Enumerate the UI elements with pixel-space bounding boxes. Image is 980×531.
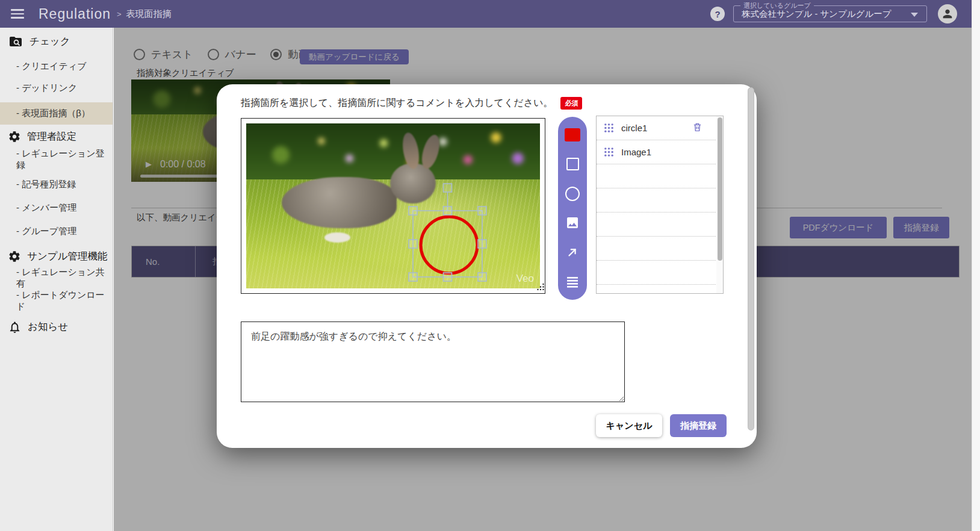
annotation-name: circle1 [621, 123, 647, 133]
avatar[interactable] [938, 4, 957, 23]
menu-icon[interactable] [11, 9, 24, 19]
list-empty-row [597, 285, 723, 294]
gear-icon [8, 130, 21, 143]
veo-watermark: Veo [516, 273, 534, 285]
lines-tool[interactable] [565, 274, 580, 290]
comment-textarea[interactable]: 前足の躍動感が強すぎるので抑えてください。 [241, 321, 625, 402]
arrow-tool[interactable] [565, 244, 580, 260]
rotate-handle [444, 184, 452, 192]
sidebar-item-regulation-share[interactable]: - レギュレーション共有 [0, 272, 113, 285]
annotation-shapes[interactable] [246, 123, 540, 288]
required-badge: 必須 [560, 97, 582, 110]
sidebar: チェック - クリエイティブ - デッドリンク - 表現面指摘（β） 管理者設定… [0, 28, 113, 531]
list-scrollbar[interactable] [716, 116, 723, 293]
list-item-circle1[interactable]: circle1 [597, 116, 723, 140]
list-empty-row [597, 237, 723, 261]
help-icon[interactable]: ? [710, 7, 725, 21]
sidebar-item-report-download[interactable]: - レポートダウンロード [0, 294, 113, 308]
sidebar-item-group-admin[interactable]: - グループ管理 [0, 225, 113, 238]
trash-icon[interactable] [692, 122, 702, 135]
group-selector[interactable]: 選択しているグループ 株式会社サンプル - サンプルグループ [733, 5, 927, 22]
sidebar-item-regulation-register[interactable]: - レギュレーション登録 [0, 153, 113, 166]
cancel-button[interactable]: キャンセル [596, 414, 662, 437]
image-tool[interactable] [565, 215, 580, 231]
list-empty-row [597, 213, 723, 237]
sidebar-item-member-admin[interactable]: - メンバー管理 [0, 201, 113, 214]
list-empty-row [597, 188, 723, 213]
list-item-image1[interactable]: Image1 [597, 140, 723, 164]
group-selector-label: 選択しているグループ [740, 1, 814, 10]
rectangle-tool[interactable] [565, 157, 580, 172]
page: Regulation > 表現面指摘 ? 選択しているグループ 株式会社サンプル… [0, 0, 980, 531]
sidebar-item-symbol-register[interactable]: - 記号種別登録 [0, 178, 113, 191]
sidebar-item-sample-admin[interactable]: サンプル管理機能 [0, 248, 113, 265]
circle-tool[interactable] [565, 186, 580, 202]
list-empty-row [597, 261, 723, 285]
color-swatch-red[interactable] [565, 127, 580, 143]
canvas-resize-grip[interactable] [537, 282, 544, 293]
sidebar-item-creative[interactable]: - クリエイティブ [0, 60, 113, 73]
annotation-list: circle1 Image1 [596, 116, 724, 294]
bell-icon [8, 320, 22, 334]
modal-instruction-row: 指摘箇所を選択して、指摘箇所に関するコメントを入力してください。 必須 [241, 97, 582, 110]
sidebar-item-expression-active[interactable]: - 表現面指摘（β） [0, 102, 113, 125]
gear-icon [8, 250, 21, 263]
sidebar-item-deadlink[interactable]: - デッドリンク [0, 81, 113, 95]
shape-toolbar [558, 117, 587, 300]
sidebar-item-admin-settings[interactable]: 管理者設定 [0, 128, 113, 145]
modal-instruction: 指摘箇所を選択して、指摘箇所に関するコメントを入力してください。 [241, 97, 553, 110]
annotation-canvas[interactable]: Veo [241, 118, 545, 294]
modal-actions: キャンセル 指摘登録 [596, 414, 727, 437]
sidebar-item-check[interactable]: チェック [0, 33, 113, 51]
caret-down-icon [911, 13, 918, 17]
folder-search-icon [8, 34, 23, 49]
annotation-name: Image1 [621, 147, 651, 157]
app-title: Regulation [39, 6, 111, 22]
annotation-modal: 指摘箇所を選択して、指摘箇所に関するコメントを入力してください。 必須 [217, 84, 757, 448]
modal-scrollbar[interactable] [747, 87, 755, 445]
red-circle-annotation [421, 217, 477, 273]
person-icon [941, 7, 954, 20]
app-header: Regulation > 表現面指摘 ? 選択しているグループ 株式会社サンプル… [0, 0, 972, 28]
drag-handle-icon[interactable] [604, 147, 614, 157]
drag-handle-icon[interactable] [604, 123, 614, 133]
breadcrumb: 表現面指摘 [126, 8, 172, 20]
breadcrumb-separator: > [117, 10, 122, 19]
page-scrollbar[interactable] [972, 0, 980, 531]
sidebar-item-label: チェック [29, 35, 70, 48]
sidebar-item-notices[interactable]: お知らせ [0, 318, 113, 336]
list-empty-row [597, 164, 723, 188]
submit-finding-button[interactable]: 指摘登録 [670, 414, 727, 437]
